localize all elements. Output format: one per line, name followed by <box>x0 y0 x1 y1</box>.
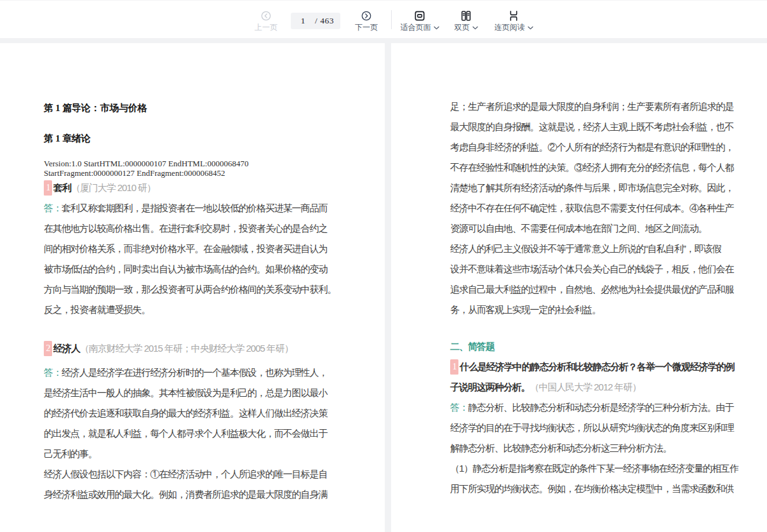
page-number-box: / 463 <box>291 13 340 29</box>
fit-page-button[interactable]: 适合页面 <box>397 11 442 32</box>
body-line: 经济中不存在任何不确定性，获取信息不需要支付任何成本。④各种生产 <box>450 198 732 218</box>
previous-page-button[interactable]: 上一页 <box>251 11 281 32</box>
fit-page-icon <box>415 11 425 21</box>
answer-line: 在其他地方以较高价格出售。在进行套利交易时，投资者关心的是合约之 <box>44 218 326 239</box>
two-page-label: 双页 <box>455 23 470 32</box>
next-page-button[interactable]: 下一页 <box>352 11 381 32</box>
chevron-down-icon <box>528 23 533 32</box>
answer-lead: 答： <box>44 203 62 213</box>
question-source: （中国人民大学 2012 年研） <box>530 382 641 392</box>
answer-line: 间的相对价格关系，而非绝对价格水平。在金融领域，投资者买进自认为 <box>44 239 326 259</box>
previous-page-label: 上一页 <box>255 23 277 32</box>
answer-line: 用下所实现的均衡状态。例如，在均衡价格决定模型中，当需求函数和供 <box>450 479 732 499</box>
body-line: 追求自己最大利益的过程中，自然地、必然地为社会提供最优的产品和服 <box>450 279 732 300</box>
answer-line: 经济人假设包括以下内容：①在经济活动中，个人所追求的唯一目标是自 <box>44 464 326 484</box>
body-line: 资源可以自由地、不需要任何成本地在部门之间、地区之间流动。 <box>450 218 732 239</box>
fit-page-label: 适合页面 <box>401 23 431 32</box>
answer-line: 答：套利又称套期图利，是指投资者在一地以较低的价格买进某一商品而 <box>44 198 326 218</box>
body-line: 设并不意味着这些市场活动个体只会关心自己的钱袋子，相反，他们会在 <box>450 259 732 279</box>
question-source: （厦门大学 2010 研） <box>71 182 156 193</box>
circle-chevron-right-icon <box>361 11 371 21</box>
answer-lead: 答： <box>450 402 468 413</box>
answer-lead: 答： <box>44 367 62 378</box>
answer-line: （1）静态分析是指考察在既定的条件下某一经济事物在经济变量的相互作 <box>450 458 732 479</box>
section-heading: 二、简答题 <box>450 336 732 357</box>
answer-line: 被市场低估的合约，同时卖出自认为被市场高估的合约。如果价格的变动 <box>44 259 326 279</box>
question-number-badge: 1 <box>44 180 52 196</box>
answer-line: 答：静态分析、比较静态分析和动态分析是经济学的三种分析方法。由于 <box>450 397 732 418</box>
question-stem-line: 子说明这两种分析。（中国人民大学 2012 年研） <box>450 377 732 397</box>
answer-line: 方向与当期的预期一致，那么投资者可从两合约价格间的关系变动中获利。 <box>44 279 326 300</box>
document-page-right: 足；生产者所追求的是最大限度的自身利润；生产要素所有者所追求的是 最大限度的自身… <box>391 43 767 532</box>
answer-line: 是经济生活中一般人的抽象。其本性被假设为是利己的，总是力图以最小 <box>44 383 326 403</box>
answer-line: 经济学的目的在于寻找均衡状态，所以从研究均衡状态的角度来区别和理 <box>450 418 732 438</box>
question-heading: 2经济人（南京财经大学 2015 年研；中央财经大学 2005 年研） <box>44 338 326 359</box>
two-page-icon <box>461 11 471 21</box>
next-page-label: 下一页 <box>355 23 378 32</box>
question-source: （南京财经大学 2015 年研；中央财经大学 2005 年研） <box>80 343 293 354</box>
document-page-left: 第 1 篇导论：市场与价格 第 1 章绪论 Version:1.0 StartH… <box>0 43 385 532</box>
body-line: 经济人的利己主义假设并不等于通常意义上所说的“自私自利”，即该假 <box>450 239 732 259</box>
body-line: 最大限度的自身报酬。这就是说，经济人主观上既不考虑社会利益，也不 <box>450 117 732 137</box>
page-total-label: / 463 <box>315 16 334 26</box>
answer-line: 答：经济人是经济学在进行经济分析时的一个基本假设，也称为理性人， <box>44 362 326 383</box>
body-line: 务，从而客观上实现一定的社会利益。 <box>450 300 732 320</box>
continuous-reading-label: 连页阅读 <box>495 23 525 32</box>
document-viewport[interactable]: 第 1 篇导论：市场与价格 第 1 章绪论 Version:1.0 StartH… <box>0 38 767 532</box>
clipboard-meta-text: Version:1.0 StartHTML:0000000107 EndHTML… <box>44 159 326 178</box>
answer-line: 己无利的事。 <box>44 444 326 464</box>
question-title: 经济人 <box>53 343 80 354</box>
continuous-reading-button[interactable]: 连页阅读 <box>491 11 536 32</box>
answer-line: 的出发点，就是私人利益，每个人都寻求个人利益极大化，而不会做出于 <box>44 423 326 444</box>
answer-line: 的经济代价去追逐和获取自身的最大的经济利益。这样人们做出经济决策 <box>44 403 326 423</box>
question-number-badge: 1 <box>450 359 458 375</box>
page-spread: 第 1 篇导论：市场与价格 第 1 章绪论 Version:1.0 StartH… <box>0 43 767 532</box>
question-heading: 1套利（厦门大学 2010 研） <box>44 178 326 198</box>
toolbar-divider <box>391 10 392 29</box>
body-line: 清楚地了解其所有经济活动的条件与后果，即市场信息完全对称。因此， <box>450 178 732 198</box>
chapter-heading: 第 1 章绪论 <box>44 133 326 145</box>
reader-toolbar: 上一页 / 463 下一页 适合页面 <box>0 0 767 38</box>
chevron-down-icon <box>434 23 439 32</box>
answer-line: 反之，投资者就遭受损失。 <box>44 300 326 320</box>
circle-chevron-left-icon <box>261 11 271 21</box>
continuous-scroll-icon <box>509 11 519 21</box>
question-title: 套利 <box>53 182 71 193</box>
page-number-input[interactable] <box>291 14 315 28</box>
body-line: 不存在经验性和随机性的决策。③经济人拥有充分的经济信息，每个人都 <box>450 157 732 178</box>
answer-line: 解静态分析、比较静态分析和动态分析这三种分析方法。 <box>450 438 732 458</box>
question-heading: 1什么是经济学中的静态分析和比较静态分析？各举一个微观经济学的例 <box>450 357 732 377</box>
chevron-down-icon <box>472 23 478 32</box>
body-line: 考虑自身非经济的利益。②个人所有的经济行为都是有意识的和理性的， <box>450 137 732 157</box>
two-page-view-button[interactable]: 双页 <box>447 11 485 32</box>
question-stem: 什么是经济学中的静态分析和比较静态分析？各举一个微观经济学的例 <box>460 361 734 372</box>
question-number-badge: 2 <box>44 341 52 356</box>
answer-line: 身经济利益或效用的最大化。例如，消费者所追求的是最大限度的自身满 <box>44 484 326 505</box>
body-line: 足；生产者所追求的是最大限度的自身利润；生产要素所有者所追求的是 <box>450 96 732 117</box>
part-heading: 第 1 篇导论：市场与价格 <box>44 102 326 114</box>
